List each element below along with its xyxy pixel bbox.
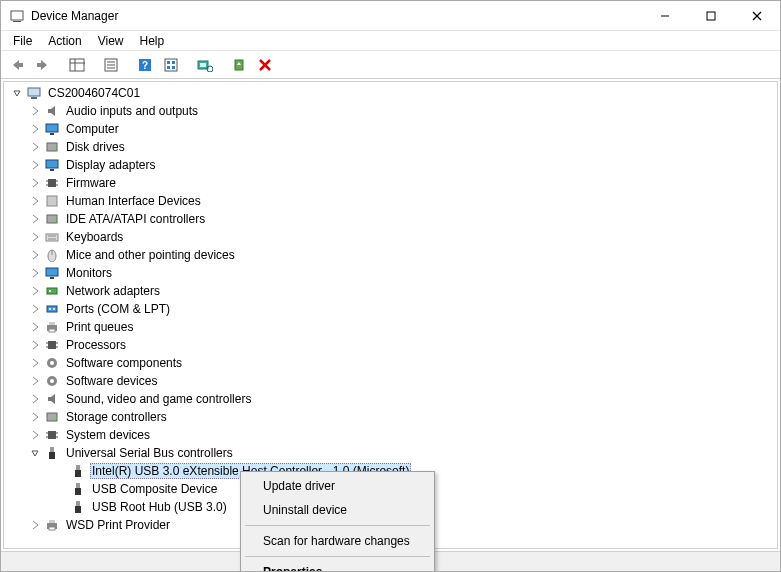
tree-category[interactable]: Human Interface Devices xyxy=(10,192,777,210)
minimize-button[interactable] xyxy=(642,1,688,31)
tree-category[interactable]: System devices xyxy=(10,426,777,444)
tree-category[interactable]: Print queues xyxy=(10,318,777,336)
chevron-right-icon[interactable] xyxy=(28,230,42,244)
forward-button[interactable] xyxy=(31,53,55,77)
context-menu-uninstall-device[interactable]: Uninstall device xyxy=(243,498,432,522)
uninstall-device-button[interactable] xyxy=(253,53,277,77)
chevron-right-icon[interactable] xyxy=(28,194,42,208)
scan-hardware-button[interactable] xyxy=(193,53,217,77)
app-icon xyxy=(9,8,25,24)
tree-category-label: System devices xyxy=(64,428,152,442)
menu-action[interactable]: Action xyxy=(40,32,89,50)
context-menu-scan-hardware[interactable]: Scan for hardware changes xyxy=(243,529,432,553)
tree-category[interactable]: Processors xyxy=(10,336,777,354)
svg-point-33 xyxy=(54,148,56,150)
svg-rect-23 xyxy=(200,63,206,67)
help-button[interactable]: ? xyxy=(133,53,157,77)
tree-category[interactable]: Firmware xyxy=(10,174,777,192)
tree-item-label: USB Root Hub (USB 3.0) xyxy=(90,500,229,514)
tree-category[interactable]: Monitors xyxy=(10,264,777,282)
chevron-right-icon[interactable] xyxy=(28,176,42,190)
tree-category[interactable]: Mice and other pointing devices xyxy=(10,246,777,264)
tree-category-label: Monitors xyxy=(64,266,114,280)
close-button[interactable] xyxy=(734,1,780,31)
chevron-down-icon[interactable] xyxy=(10,86,24,100)
chevron-right-icon[interactable] xyxy=(28,302,42,316)
chevron-right-icon[interactable] xyxy=(28,140,42,154)
menu-view[interactable]: View xyxy=(90,32,132,50)
device-category-icon xyxy=(44,157,60,173)
chevron-right-icon[interactable] xyxy=(28,158,42,172)
svg-rect-20 xyxy=(167,66,170,69)
context-menu-update-driver[interactable]: Update driver xyxy=(243,474,432,498)
chevron-right-icon[interactable] xyxy=(28,374,42,388)
tree-category[interactable]: Ports (COM & LPT) xyxy=(10,300,777,318)
chevron-right-icon[interactable] xyxy=(28,284,42,298)
chevron-right-icon[interactable] xyxy=(28,122,42,136)
context-menu-properties[interactable]: Properties xyxy=(243,560,432,572)
maximize-button[interactable] xyxy=(688,1,734,31)
device-category-icon xyxy=(44,373,60,389)
svg-rect-19 xyxy=(172,61,175,64)
tree-category[interactable]: Keyboards xyxy=(10,228,777,246)
chevron-right-icon[interactable] xyxy=(28,392,42,406)
chevron-right-icon[interactable] xyxy=(28,320,42,334)
chevron-down-icon[interactable] xyxy=(28,446,42,460)
tree-category[interactable]: Display adapters xyxy=(10,156,777,174)
svg-rect-7 xyxy=(37,63,41,67)
tree-category[interactable]: Computer xyxy=(10,120,777,138)
tree-category[interactable]: Software components xyxy=(10,354,777,372)
device-category-icon xyxy=(44,121,60,137)
tree-root[interactable]: CS20046074C01 xyxy=(10,84,777,102)
tree-category[interactable]: Sound, video and game controllers xyxy=(10,390,777,408)
chevron-right-icon[interactable] xyxy=(28,518,42,532)
tree-category-label: Human Interface Devices xyxy=(64,194,203,208)
context-menu: Update driver Uninstall device Scan for … xyxy=(240,471,435,572)
chevron-right-icon[interactable] xyxy=(28,338,42,352)
svg-rect-44 xyxy=(46,234,58,241)
update-driver-button[interactable] xyxy=(227,53,251,77)
svg-point-69 xyxy=(54,418,56,420)
svg-rect-58 xyxy=(49,329,55,332)
svg-rect-3 xyxy=(707,12,715,20)
chevron-right-icon[interactable] xyxy=(28,266,42,280)
menu-bar: File Action View Help xyxy=(1,31,780,51)
tree-category[interactable]: Storage controllers xyxy=(10,408,777,426)
window-controls xyxy=(642,1,780,31)
chevron-right-icon[interactable] xyxy=(28,410,42,424)
tree-category[interactable]: Network adapters xyxy=(10,282,777,300)
chevron-right-icon[interactable] xyxy=(28,428,42,442)
tree-category-label: Computer xyxy=(64,122,121,136)
back-button[interactable] xyxy=(5,53,29,77)
menu-help[interactable]: Help xyxy=(132,32,173,50)
chevron-right-icon[interactable] xyxy=(28,248,42,262)
chevron-right-icon[interactable] xyxy=(28,212,42,226)
menu-file[interactable]: File xyxy=(5,32,40,50)
svg-rect-17 xyxy=(165,59,177,71)
svg-rect-50 xyxy=(50,277,54,279)
chevron-right-icon[interactable] xyxy=(28,356,42,370)
svg-rect-36 xyxy=(48,179,56,187)
svg-rect-41 xyxy=(47,196,57,206)
device-category-icon xyxy=(44,265,60,281)
svg-text:?: ? xyxy=(142,60,148,71)
tree-category[interactable]: Audio inputs and outputs xyxy=(10,102,777,120)
svg-rect-75 xyxy=(50,447,54,452)
device-category-icon xyxy=(44,175,60,191)
svg-rect-29 xyxy=(31,97,37,99)
tree-category-usb[interactable]: Universal Serial Bus controllers xyxy=(10,444,777,462)
action-menu-button[interactable] xyxy=(159,53,183,77)
svg-point-43 xyxy=(54,220,56,222)
tree-category-label: Software devices xyxy=(64,374,159,388)
tree-category-label: IDE ATA/ATAPI controllers xyxy=(64,212,207,226)
usb-icon xyxy=(70,481,86,497)
properties-button[interactable] xyxy=(99,53,123,77)
tree-category[interactable]: Software devices xyxy=(10,372,777,390)
svg-rect-21 xyxy=(172,66,175,69)
tree-category-label: Print queues xyxy=(64,320,135,334)
tree-category[interactable]: IDE ATA/ATAPI controllers xyxy=(10,210,777,228)
tree-category[interactable]: Disk drives xyxy=(10,138,777,156)
tree-category-label: Processors xyxy=(64,338,128,352)
chevron-right-icon[interactable] xyxy=(28,104,42,118)
show-hide-tree-button[interactable] xyxy=(65,53,89,77)
